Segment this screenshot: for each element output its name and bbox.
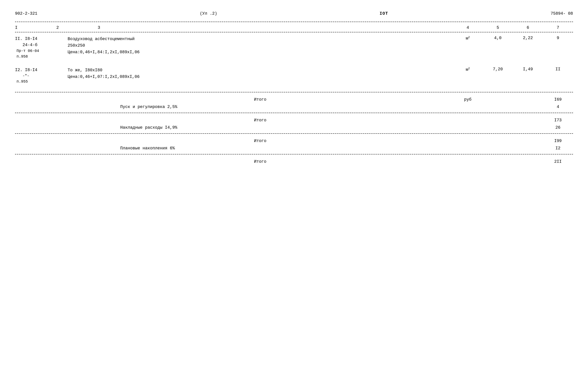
item-1-unit: м2 xyxy=(453,36,483,41)
itogo-value-2: I73 xyxy=(543,118,573,123)
planovye-row: Плановые накопления 6% I2 xyxy=(15,146,573,151)
item-2-desc: То же, I80xI80 Цена:0,46+I,07:I,2xI,089x… xyxy=(68,67,453,80)
nakladnye-label: Накладные расходы I4,9% xyxy=(68,125,483,130)
title: IOT xyxy=(380,11,388,16)
item-2-desc-line2: Цена:0,46+I,07:I,2xI,089xI,06 xyxy=(68,73,453,80)
itogo-value-4: 2II xyxy=(543,159,573,164)
item-1-total: 9 xyxy=(543,36,573,40)
itogo-unit-1: руб xyxy=(453,97,483,102)
col-header-5: 5 xyxy=(483,25,513,30)
header-divider xyxy=(15,22,573,22)
itogo-label-2: Итого xyxy=(68,118,453,123)
item-2-qty: 7,20 xyxy=(483,67,513,72)
pusk-value: 4 xyxy=(543,105,573,109)
nakladnye-value: 26 xyxy=(543,125,573,130)
item-1-code-line4: п.958 xyxy=(15,54,68,60)
itogo-row-2: Итого I73 xyxy=(15,116,573,124)
summary-section: Итого руб I69 Пуск и регулировка 2,5% 4 … xyxy=(15,92,573,165)
doc-number: 902-2-321 xyxy=(15,11,37,16)
col-header-7: 7 xyxy=(543,25,573,30)
item-1-row: II. I8-I4 24-4-б Пр-т 06-04 п.958 Воздух… xyxy=(15,36,573,60)
item-2-price: I,49 xyxy=(513,67,543,72)
item-2-code-line3: п.955 xyxy=(15,79,68,84)
pusk-label: Пуск и регулировка 2,5% xyxy=(68,105,483,109)
itogo-row-3: Итого I99 xyxy=(15,137,573,145)
item-1: II. I8-I4 24-4-б Пр-т 06-04 п.958 Воздух… xyxy=(15,36,573,60)
itogo-value-1: I69 xyxy=(543,97,573,102)
item-2-total: II xyxy=(543,67,573,72)
item-2-row: I2. I8-I4 -"- п.955 То же, I80xI80 Цена:… xyxy=(15,67,573,84)
planovye-value: I2 xyxy=(543,146,573,151)
item-2-unit-text: м2 xyxy=(466,67,470,72)
nakladnye-row: Накладные расходы I4,9% 26 xyxy=(15,125,573,130)
summary-divider-2 xyxy=(15,113,573,113)
planovye-label: Плановые накопления 6% xyxy=(68,146,483,151)
item-2-code-line2: -"- xyxy=(15,73,68,79)
itogo-value-3: I99 xyxy=(543,139,573,143)
col-header-6: 6 xyxy=(513,25,543,30)
summary-divider-1 xyxy=(15,92,573,92)
item-2-number: I2. I8-I4 xyxy=(15,67,68,73)
itogo-row-4: Итого 2II xyxy=(15,158,573,165)
item-1-desc: Воздуховод асбестоцементный 250х250 Цена… xyxy=(68,36,453,56)
item-2: I2. I8-I4 -"- п.955 То же, I80xI80 Цена:… xyxy=(15,67,573,84)
item-1-qty: 4,0 xyxy=(483,36,513,40)
item-1-price: 2,22 xyxy=(513,36,543,40)
item-2-code: I2. I8-I4 -"- п.955 xyxy=(15,67,68,84)
pusk-row: Пуск и регулировка 2,5% 4 xyxy=(15,105,573,109)
item-1-desc-line2: 250х250 xyxy=(68,42,453,49)
subtitle: (Ул .2) xyxy=(200,11,217,16)
itogo-label-3: Итого xyxy=(68,139,453,143)
col-header-1: I xyxy=(15,25,56,30)
item-2-unit: м2 xyxy=(453,67,483,72)
item-1-code: II. I8-I4 24-4-б Пр-т 06-04 п.958 xyxy=(15,36,68,60)
col-header-3: 3 xyxy=(98,25,453,30)
item-1-unit-text: м2 xyxy=(466,36,470,41)
item-1-desc-line1: Воздуховод асбестоцементный xyxy=(68,36,453,42)
itogo-label-4: Итого xyxy=(68,159,453,164)
itogo-label-1: Итого xyxy=(68,97,453,102)
summary-divider-4 xyxy=(15,154,573,154)
header: 902-2-321 (Ул .2) IOT 75894- 08 xyxy=(15,11,573,16)
column-headers: I 2 3 4 5 6 7 xyxy=(15,25,573,30)
itogo-row-1: Итого руб I69 xyxy=(15,96,573,103)
item-1-code-line3: Пр-т 06-04 xyxy=(15,48,68,54)
col-header-4: 4 xyxy=(453,25,483,30)
item-1-number: II. I8-I4 xyxy=(15,36,68,42)
summary-divider-3 xyxy=(15,133,573,134)
item-2-desc-line1: То же, I80xI80 xyxy=(68,67,453,73)
columns-divider xyxy=(15,32,573,32)
item-1-code-line2: 24-4-б xyxy=(15,42,68,48)
ref-number: 75894- 08 xyxy=(551,11,573,16)
col-header-2: 2 xyxy=(56,25,98,30)
item-1-desc-line3: Цена:0,46+I,84:I,2xI,089xI,06 xyxy=(68,49,453,56)
